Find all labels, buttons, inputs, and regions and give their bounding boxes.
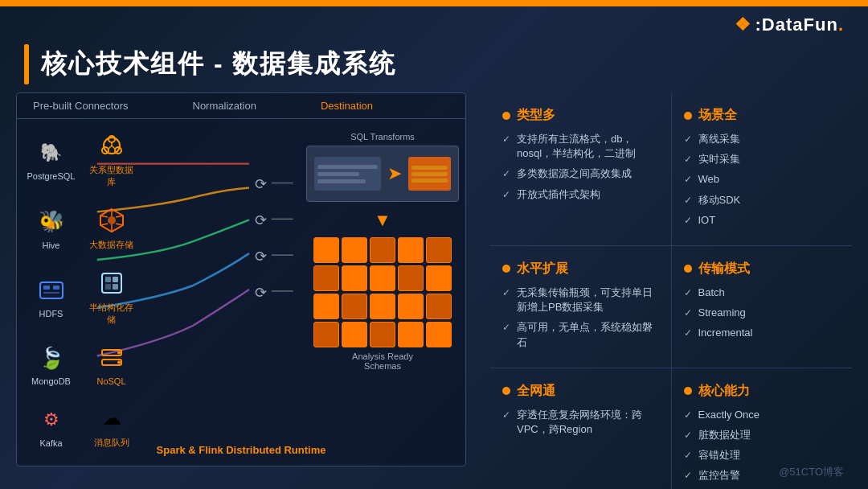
connector-postgresql: 🐘 PostgreSQL xyxy=(25,137,77,181)
grid-cell xyxy=(426,294,452,319)
grid-cell xyxy=(313,294,339,319)
svg-rect-29 xyxy=(105,277,111,282)
svg-line-23 xyxy=(100,216,108,217)
svg-text:⟳: ⟳ xyxy=(255,285,267,301)
info-panels: 类型多 ✓ 支持所有主流格式，db，nosql，半结构化，二进制 ✓ 多类数据源… xyxy=(490,92,852,466)
scale-dot xyxy=(502,265,510,273)
grid-cell xyxy=(426,265,452,291)
svg-point-36 xyxy=(117,361,121,364)
page-title: 核心技术组件 - 数据集成系统 xyxy=(41,47,396,82)
connector-nosql: NoSQL xyxy=(85,342,137,386)
transfer-dot xyxy=(684,265,692,273)
network-title-text: 全网通 xyxy=(517,383,555,400)
postgresql-icon: 🐘 xyxy=(35,137,68,169)
grid-cell xyxy=(370,265,395,291)
scale-section: 水平扩展 ✓ 无采集传输瓶颈，可支持单日新增上PB数据采集 ✓ 高可用，无单点，… xyxy=(490,246,672,368)
svg-line-15 xyxy=(112,146,115,149)
connector-row-4: 🍃 MongoDB NoSQL xyxy=(25,342,194,386)
sql-transforms-label: SQL Transforms xyxy=(306,132,459,142)
scene-item-1: ✓ 离线采集 xyxy=(684,132,841,146)
svg-rect-31 xyxy=(105,284,111,290)
network-item-1: ✓ 穿透任意复杂网络环境：跨VPC，跨Region xyxy=(502,408,659,437)
diagram-header: Pre-built Connectors Normalization Desti… xyxy=(17,93,465,119)
grid-cell xyxy=(342,237,367,263)
down-arrow: ▼ xyxy=(306,210,459,231)
scene-dot xyxy=(684,112,692,120)
type-title: 类型多 xyxy=(502,107,659,124)
svg-rect-25 xyxy=(43,286,50,290)
check-icon-t1: ✓ xyxy=(684,286,692,300)
nosql-label: NoSQL xyxy=(96,376,125,386)
network-title: 全网通 xyxy=(502,383,659,400)
connector-row-5: ⚙ Kafka ☁ 消息队列 xyxy=(25,402,194,449)
core-title-text: 核心能力 xyxy=(698,383,750,400)
scene-section: 场景全 ✓ 离线采集 ✓ 实时采集 ✓ Web ✓ 移动SDK ✓ IOT xyxy=(672,92,853,245)
spark-flink-label: Spark & Flink Distributed Runtime xyxy=(157,444,326,456)
sql-transform-box: ➤ xyxy=(306,146,459,202)
connector-row-2: 🐝 Hive 大数据存储 xyxy=(25,204,194,251)
logo-text: :DataFun. xyxy=(755,14,844,35)
check-icon-n1: ✓ xyxy=(502,409,510,422)
transfer-section: 传输模式 ✓ Batch ✓ Streaming ✓ Incremental xyxy=(672,246,853,368)
svg-line-20 xyxy=(116,224,123,225)
check-icon-t2: ✓ xyxy=(684,306,692,320)
logo-icon: ❖ xyxy=(735,14,751,35)
relational-label: 关系型数据库 xyxy=(85,164,137,188)
grid-cell xyxy=(313,237,339,263)
relational-icon xyxy=(96,129,128,162)
check-icon-s3: ✓ xyxy=(684,173,692,187)
grid-cell xyxy=(313,322,339,347)
svg-rect-26 xyxy=(53,286,59,290)
grid-cell xyxy=(370,294,395,319)
diagram-area: Pre-built Connectors Normalization Desti… xyxy=(16,92,466,466)
type-title-text: 类型多 xyxy=(517,107,555,124)
svg-rect-27 xyxy=(43,292,59,294)
type-item-3: ✓ 开放式插件式架构 xyxy=(502,187,659,202)
transfer-title: 传输模式 xyxy=(684,261,841,277)
check-icon-c3: ✓ xyxy=(684,449,692,462)
svg-text:⟳: ⟳ xyxy=(255,249,267,265)
transfer-item-3: ✓ Incremental xyxy=(684,326,841,340)
queue-label: 消息队列 xyxy=(94,437,129,449)
svg-rect-30 xyxy=(113,277,118,282)
header-destination: Destination xyxy=(321,100,373,112)
connector-row-1: 🐘 PostgreSQL 关系型数据库 xyxy=(25,129,194,188)
core-item-3: ✓ 容错处理 xyxy=(684,448,841,462)
svg-point-35 xyxy=(117,351,121,355)
network-section: 全网通 ✓ 穿透任意复杂网络环境：跨VPC，跨Region xyxy=(490,368,672,489)
destination-area: SQL Transforms ➤ ▼ xyxy=(306,132,459,371)
core-item-1: ✓ Exactly Once xyxy=(684,408,841,422)
scene-item-4: ✓ 移动SDK xyxy=(684,193,841,208)
svg-line-19 xyxy=(116,216,123,217)
grid-cell xyxy=(398,265,424,291)
hive-label: Hive xyxy=(42,240,59,250)
analysis-grid xyxy=(313,237,452,347)
grid-cell xyxy=(342,322,367,347)
svg-line-22 xyxy=(100,224,108,225)
core-dot xyxy=(684,387,692,395)
core-item-2: ✓ 脏数据处理 xyxy=(684,428,841,442)
postgresql-label: PostgreSQL xyxy=(27,171,76,181)
title-section: 核心技术组件 - 数据集成系统 xyxy=(24,44,396,84)
connector-mongodb: 🍃 MongoDB xyxy=(25,342,77,386)
info-row-2: 水平扩展 ✓ 无采集传输瓶颈，可支持单日新增上PB数据采集 ✓ 高可用，无单点，… xyxy=(490,246,852,368)
connector-kafka: ⚙ Kafka xyxy=(25,404,77,448)
scene-item-5: ✓ IOT xyxy=(684,213,841,228)
connector-row-3: HDFS 半结构化存储 xyxy=(25,267,194,326)
transfer-item-1: ✓ Batch xyxy=(684,286,841,300)
top-accent-bar xyxy=(0,0,868,6)
transfer-item-2: ✓ Streaming xyxy=(684,306,841,320)
title-accent xyxy=(24,44,29,84)
check-icon-s4: ✓ xyxy=(684,194,692,208)
core-title: 核心能力 xyxy=(684,383,841,400)
scale-title: 水平扩展 xyxy=(502,261,659,277)
grid-cell xyxy=(342,265,367,291)
svg-text:⟳: ⟳ xyxy=(255,176,267,192)
check-icon-3: ✓ xyxy=(502,188,510,202)
mongodb-label: MongoDB xyxy=(31,376,71,386)
check-icon-t3: ✓ xyxy=(684,327,692,340)
nosql-icon xyxy=(96,342,128,374)
scale-item-1: ✓ 无采集传输瓶颈，可支持单日新增上PB数据采集 xyxy=(502,286,659,314)
queue-icon: ☁ xyxy=(96,402,128,434)
grid-cell xyxy=(398,237,424,263)
